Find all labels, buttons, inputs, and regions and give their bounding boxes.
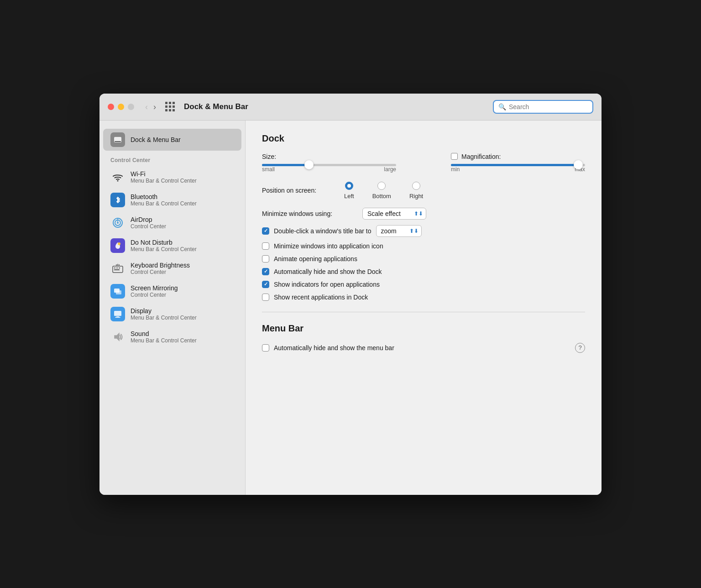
sidebar-airdrop-sublabel: Control Center bbox=[131, 223, 234, 230]
mag-slider-track[interactable] bbox=[451, 164, 585, 166]
grid-dot bbox=[173, 105, 175, 108]
sidebar-dock-label: Dock & Menu Bar bbox=[131, 136, 234, 143]
main-content: Dock Size: small large bbox=[246, 121, 602, 495]
grid-dot bbox=[169, 102, 171, 104]
position-left[interactable]: Left bbox=[344, 182, 354, 200]
grid-dot bbox=[169, 109, 171, 111]
show-indicators-label: Show indicators for open applications bbox=[274, 281, 380, 288]
svg-rect-1 bbox=[115, 141, 121, 142]
position-bottom-radio[interactable] bbox=[377, 182, 386, 190]
size-slider-labels: small large bbox=[262, 166, 396, 173]
checkbox-animate-open[interactable]: Animate opening applications bbox=[262, 255, 585, 262]
size-slider-fill bbox=[262, 164, 309, 166]
sidebar-item-bluetooth[interactable]: Bluetooth Menu Bar & Control Center bbox=[103, 189, 241, 211]
sidebar: Dock & Menu Bar Control Center Wi-Fi bbox=[99, 121, 246, 495]
sidebar-wifi-text: Wi-Fi Menu Bar & Control Center bbox=[131, 170, 234, 184]
animate-open-checkbox[interactable] bbox=[262, 255, 269, 262]
sidebar-display-sublabel: Menu Bar & Control Center bbox=[131, 315, 234, 321]
wifi-icon bbox=[110, 170, 125, 184]
position-left-label: Left bbox=[344, 193, 354, 200]
size-magnification-row: Size: small large bbox=[262, 153, 585, 180]
svg-rect-11 bbox=[119, 268, 120, 268]
minimize-button[interactable] bbox=[118, 104, 124, 110]
maximize-button[interactable] bbox=[128, 104, 134, 110]
menu-bar-auto-hide-checkbox[interactable] bbox=[262, 344, 269, 352]
minimize-dropdown[interactable]: Scale effect ⬆⬇ bbox=[362, 208, 426, 220]
sidebar-display-label: Display bbox=[131, 307, 234, 315]
position-bottom[interactable]: Bottom bbox=[372, 182, 391, 200]
bluetooth-icon bbox=[110, 193, 125, 207]
sidebar-item-airdrop[interactable]: AirDrop Control Center bbox=[103, 212, 241, 234]
forward-button[interactable]: › bbox=[152, 102, 158, 112]
help-button[interactable]: ? bbox=[575, 343, 585, 353]
sidebar-item-keyboard-brightness[interactable]: Keyboard Brightness Control Center bbox=[103, 257, 241, 279]
sidebar-item-display[interactable]: Display Menu Bar & Control Center bbox=[103, 303, 241, 325]
animate-open-label: Animate opening applications bbox=[274, 255, 357, 262]
show-recent-checkbox[interactable] bbox=[262, 294, 269, 301]
menu-bar-auto-hide-label: Automatically hide and show the menu bar bbox=[274, 344, 394, 352]
sidebar-item-screen-mirroring[interactable]: Screen Mirroring Control Center bbox=[103, 280, 241, 302]
sidebar-dnd-sublabel: Menu Bar & Control Center bbox=[131, 246, 234, 252]
magnification-wrap: Magnification: min max bbox=[451, 153, 585, 180]
double-click-checkbox[interactable] bbox=[262, 227, 269, 235]
grid-dot bbox=[169, 105, 171, 108]
sidebar-item-wifi[interactable]: Wi-Fi Menu Bar & Control Center bbox=[103, 166, 241, 188]
close-button[interactable] bbox=[108, 104, 114, 110]
sidebar-bluetooth-sublabel: Menu Bar & Control Center bbox=[131, 200, 234, 207]
position-left-radio[interactable] bbox=[345, 182, 353, 190]
sidebar-kb-text: Keyboard Brightness Control Center bbox=[131, 262, 234, 275]
show-recent-label: Show recent applications in Dock bbox=[274, 294, 368, 301]
position-label: Position on screen: bbox=[262, 187, 344, 194]
position-right-label: Right bbox=[409, 193, 423, 200]
double-click-dropdown[interactable]: zoom ⬆⬇ bbox=[376, 225, 422, 237]
display-icon bbox=[110, 307, 125, 321]
nav-buttons: ‹ › bbox=[143, 102, 158, 112]
checkbox-minimize-app-icon[interactable]: Minimize windows into application icon bbox=[262, 242, 585, 250]
sidebar-item-dnd[interactable]: Do Not Disturb Menu Bar & Control Center bbox=[103, 235, 241, 257]
svg-rect-10 bbox=[116, 268, 118, 268]
size-slider-track[interactable] bbox=[262, 164, 396, 166]
size-label: Size: bbox=[262, 153, 396, 160]
size-slider-track-container bbox=[262, 164, 396, 166]
svg-rect-9 bbox=[114, 268, 115, 268]
grid-view-button[interactable] bbox=[165, 102, 175, 111]
main-window: ‹ › Dock & Menu Bar 🔍 bbox=[99, 94, 602, 495]
grid-dot bbox=[165, 102, 167, 104]
grid-dot bbox=[173, 102, 175, 104]
show-indicators-checkbox[interactable] bbox=[262, 281, 269, 288]
menu-bar-auto-hide-checkbox-row[interactable]: Automatically hide and show the menu bar bbox=[262, 344, 575, 352]
sidebar-dock-text: Dock & Menu Bar bbox=[131, 136, 234, 143]
magnification-checkbox[interactable] bbox=[451, 153, 458, 160]
svg-marker-21 bbox=[115, 333, 119, 341]
checkbox-auto-hide[interactable]: Automatically hide and show the Dock bbox=[262, 268, 585, 275]
sidebar-display-text: Display Menu Bar & Control Center bbox=[131, 307, 234, 321]
sidebar-bluetooth-label: Bluetooth bbox=[131, 193, 234, 200]
back-button[interactable]: ‹ bbox=[143, 102, 150, 112]
minimize-app-icon-checkbox[interactable] bbox=[262, 242, 269, 250]
control-center-header: Control Center bbox=[99, 152, 245, 165]
svg-rect-18 bbox=[114, 311, 121, 316]
size-slider-thumb[interactable] bbox=[304, 160, 314, 169]
auto-hide-checkbox[interactable] bbox=[262, 268, 269, 275]
position-right[interactable]: Right bbox=[409, 182, 423, 200]
size-slider-wrap: Size: small large bbox=[262, 153, 396, 180]
sidebar-mirror-sublabel: Control Center bbox=[131, 292, 234, 298]
svg-rect-12 bbox=[114, 269, 120, 270]
checkbox-show-recent[interactable]: Show recent applications in Dock bbox=[262, 294, 585, 301]
menu-bar-auto-hide-row: Automatically hide and show the menu bar… bbox=[262, 343, 585, 353]
sidebar-kb-label: Keyboard Brightness bbox=[131, 262, 234, 269]
sidebar-item-dock-menu-bar[interactable]: Dock & Menu Bar bbox=[103, 129, 241, 151]
search-input[interactable] bbox=[509, 103, 588, 110]
mag-slider-thumb[interactable] bbox=[574, 160, 583, 169]
position-right-radio[interactable] bbox=[412, 182, 420, 190]
checkbox-show-indicators[interactable]: Show indicators for open applications bbox=[262, 281, 585, 288]
double-click-label: Double-click a window's title bar to bbox=[274, 227, 371, 235]
sidebar-airdrop-label: AirDrop bbox=[131, 216, 234, 223]
grid-dot bbox=[165, 109, 167, 111]
sidebar-item-sound[interactable]: Sound Menu Bar & Control Center bbox=[103, 326, 241, 348]
search-box[interactable]: 🔍 bbox=[493, 100, 593, 114]
minimize-label: Minimize windows using: bbox=[262, 210, 362, 217]
double-click-action-label: zoom bbox=[381, 227, 397, 235]
airdrop-icon bbox=[110, 215, 125, 230]
double-click-row: Double-click a window's title bar to zoo… bbox=[262, 225, 585, 237]
